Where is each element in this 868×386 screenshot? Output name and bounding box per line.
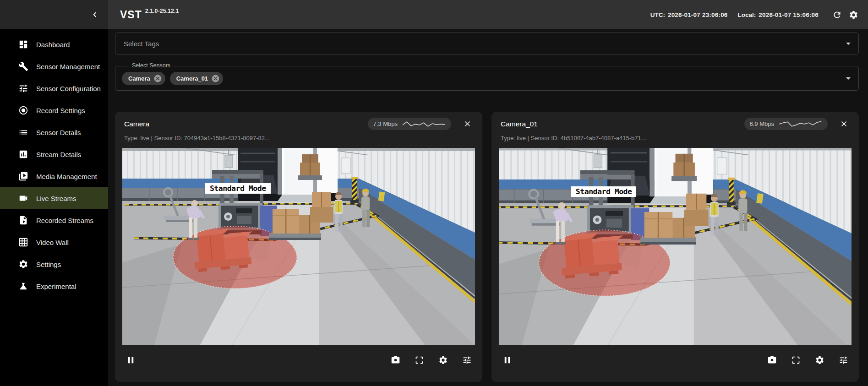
app-version: 2.1.0-25.12.1 [145, 8, 179, 14]
close-stream-button[interactable] [838, 118, 850, 130]
sidebar-item-label: Sensor Management [36, 63, 100, 71]
video-library-icon [18, 171, 28, 181]
tune-icon [839, 355, 848, 365]
stream-cards-grid: Camera 7.3 Mbps Type: live | Sensor ID: … [115, 112, 859, 382]
gear-icon [438, 355, 448, 365]
local-label: Local: [738, 11, 756, 18]
bitrate-sparkline [778, 120, 822, 128]
stream-meta: Type: live | Sensor ID: 704943a1-15b8-43… [124, 135, 475, 141]
video-controls [115, 345, 482, 375]
dashboard-icon [18, 39, 28, 49]
flask-icon [18, 281, 28, 291]
sidebar-item-sensor-details[interactable]: Sensor Details [0, 121, 108, 143]
sidebar-item-label: Media Management [36, 173, 97, 180]
card-title: Camera [124, 120, 149, 128]
sidebar-item-video-wall[interactable]: Video Wall [0, 231, 108, 253]
sidebar-item-label: Recorded Streams [36, 217, 93, 224]
chevron-left-icon [90, 10, 100, 20]
fullscreen-button[interactable] [789, 353, 802, 367]
sensor-chip-camera-01[interactable]: Camera_01 [170, 72, 223, 85]
stream-tune-button[interactable] [460, 353, 474, 367]
gear-icon [815, 355, 824, 365]
pause-button[interactable] [124, 353, 137, 367]
main-content: Select Tags Select Sensors Camera Camera… [108, 29, 868, 386]
chip-label: Camera [128, 75, 150, 82]
sidebar-item-media-management[interactable]: Media Management [0, 165, 108, 187]
record-icon [18, 105, 28, 115]
tune-icon [18, 83, 28, 93]
sidebar-item-label: Settings [36, 261, 61, 268]
sidebar-item-label: Stream Details [36, 151, 81, 158]
stream-meta: Type: live | Sensor ID: 4b510ff7-4ab7-40… [501, 135, 852, 141]
refresh-icon [832, 10, 842, 20]
sidebar-header [0, 0, 108, 29]
snapshot-button[interactable] [765, 353, 779, 367]
chevron-down-icon[interactable] [843, 73, 854, 84]
pause-button[interactable] [500, 353, 514, 367]
close-stream-button[interactable] [461, 118, 473, 130]
chevron-down-icon[interactable] [843, 38, 854, 49]
sensor-chip-camera[interactable]: Camera [122, 72, 165, 85]
settings-button[interactable] [845, 6, 862, 23]
camera-icon [767, 355, 777, 365]
bar-chart-icon [18, 149, 28, 159]
app-logo: VST 2.1.0-25.12.1 [120, 10, 179, 20]
select-sensors-dropdown[interactable]: Select Sensors Camera Camera_01 [115, 66, 859, 91]
tune-icon [462, 355, 472, 365]
select-tags-dropdown[interactable]: Select Tags [115, 33, 859, 54]
sidebar-item-live-streams[interactable]: Live Streams [0, 187, 108, 209]
sidebar-item-dashboard[interactable]: Dashboard [0, 33, 108, 55]
select-tags-placeholder: Select Tags [124, 40, 159, 48]
pause-icon [126, 355, 136, 365]
stream-card-camera: Camera 7.3 Mbps Type: live | Sensor ID: … [115, 112, 482, 382]
snapshot-button[interactable] [388, 353, 402, 367]
app-name: VST [120, 10, 142, 20]
bitrate-badge: 6.9 Mbps [744, 118, 828, 130]
refresh-button[interactable] [829, 6, 845, 23]
sidebar-item-sensor-management[interactable]: Sensor Management [0, 55, 108, 77]
list-icon [18, 127, 28, 137]
close-icon [840, 120, 848, 128]
video-controls [491, 345, 859, 375]
video-viewport[interactable]: Standard Mode [499, 148, 852, 345]
stream-settings-button[interactable] [813, 353, 826, 367]
bitrate-badge: 7.3 Mbps [368, 118, 451, 130]
chip-remove-icon[interactable] [153, 74, 162, 83]
sidebar-item-sensor-configuration[interactable]: Sensor Configuration [0, 77, 108, 99]
camera-icon [391, 355, 400, 365]
sidebar-item-record-settings[interactable]: Record Settings [0, 99, 108, 121]
video-viewport[interactable]: Standard Mode [122, 148, 475, 345]
sidebar-item-experimental[interactable]: Experimental [0, 275, 108, 297]
close-icon [463, 120, 472, 128]
fullscreen-icon [791, 355, 801, 365]
stream-tune-button[interactable] [836, 353, 850, 367]
stream-settings-button[interactable] [436, 353, 450, 367]
sidebar-collapse-button[interactable] [87, 7, 103, 22]
fullscreen-button[interactable] [412, 353, 426, 367]
mode-overlay-label: Standard Mode [205, 183, 271, 194]
sidebar-item-stream-details[interactable]: Stream Details [0, 143, 108, 165]
card-header: Camera 7.3 Mbps Type: live | Sensor ID: … [115, 112, 482, 141]
chip-remove-icon[interactable] [211, 74, 220, 83]
bitrate-value: 6.9 Mbps [750, 120, 774, 127]
pause-icon [502, 355, 513, 365]
wrench-icon [18, 61, 28, 71]
sidebar-item-label: Record Settings [36, 107, 85, 114]
sidebar-item-label: Live Streams [36, 195, 76, 202]
file-icon [18, 215, 28, 225]
fullscreen-icon [415, 355, 424, 365]
gear-icon [18, 259, 28, 269]
top-bar: VST 2.1.0-25.12.1 UTC: 2026-01-07 23:06:… [0, 0, 868, 29]
warehouse-video-frame [499, 148, 852, 345]
topbar-right: UTC: 2026-01-07 23:06:06 Local: 2026-01-… [650, 6, 868, 23]
grid-icon [18, 237, 28, 247]
warehouse-video-frame [122, 148, 475, 345]
sidebar-item-label: Sensor Configuration [36, 85, 101, 92]
sidebar-item-label: Dashboard [36, 41, 70, 49]
sidebar-item-label: Sensor Details [36, 129, 81, 136]
chip-label: Camera_01 [176, 75, 208, 82]
stream-card-camera-01: Camera_01 6.9 Mbps Type: live | Sensor I… [491, 112, 859, 382]
sidebar-item-settings[interactable]: Settings [0, 253, 108, 275]
sidebar-item-recorded-streams[interactable]: Recorded Streams [0, 209, 108, 231]
utc-time: 2026-01-07 23:06:06 [668, 11, 728, 18]
